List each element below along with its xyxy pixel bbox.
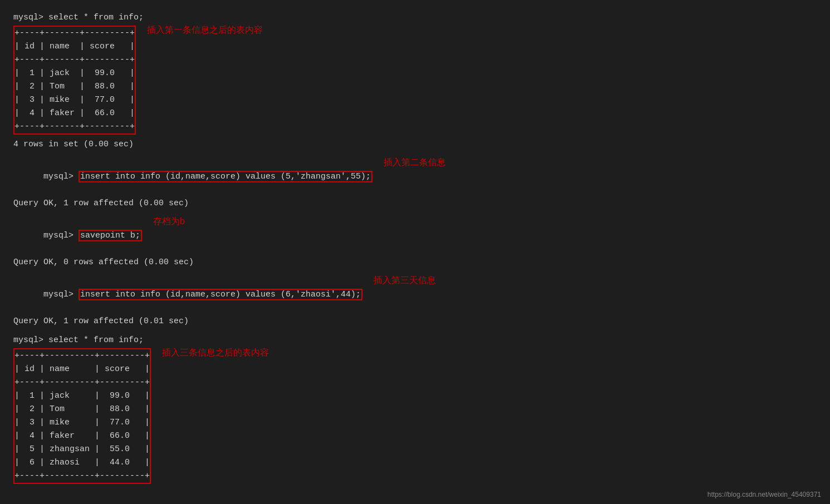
watermark: https://blog.csdn.net/weixin_45409371	[708, 491, 821, 498]
prompt4: mysql>	[43, 290, 78, 299]
prompt-line3: mysql> savepoint b;	[13, 216, 142, 256]
table2-row1: | 1 | jack | 99.0 |	[14, 389, 150, 403]
annotation3: 存档为b	[153, 216, 185, 228]
rows-set1: 4 rows in set (0.00 sec)	[13, 138, 817, 151]
table1-row2: | 2 | Tom | 88.0 |	[14, 80, 135, 93]
section-select2: mysql> select * from info; +----+-------…	[13, 334, 817, 484]
prompt2: mysql>	[43, 172, 78, 181]
table1-row3: | 3 | mike | 77.0 |	[14, 93, 135, 107]
section-insert2: mysql> insert into info (id,name,score) …	[13, 157, 817, 210]
table2-row2: | 2 | Tom | 88.0 |	[14, 403, 150, 416]
rows-set1-line: 4 rows in set (0.00 sec)	[13, 138, 817, 151]
table1-row1: | 1 | jack | 99.0 |	[14, 67, 135, 80]
prompt5: mysql>	[13, 335, 48, 345]
table1-row4: | 4 | faker | 66.0 |	[14, 107, 135, 120]
annotation2: 插入第二条信息	[384, 157, 446, 169]
prompt1: mysql>	[13, 13, 48, 22]
section-insert4: mysql> insert into info (id,name,score) …	[13, 275, 817, 328]
insert2-row: mysql> insert into info (id,name,score) …	[13, 157, 817, 197]
ok3-line: Query OK, 0 rows affected (0.00 sec)	[13, 256, 817, 269]
prompt3: mysql>	[43, 231, 78, 240]
table1-row: +----+-------+---------+ | id | name | s…	[13, 24, 817, 135]
section-select1: mysql> select * from info; +----+-------…	[13, 11, 817, 135]
section-savepoint: mysql> savepoint b; 存档为b Query OK, 0 row…	[13, 216, 817, 269]
prompt-line4: mysql> insert into info (id,name,score) …	[13, 275, 362, 315]
table2-row5: | 5 | zhangsan | 55.0 |	[14, 443, 150, 456]
table2-header: | id | name | score |	[14, 363, 150, 376]
ok2-line: Query OK, 1 row affected (0.00 sec)	[13, 197, 817, 210]
table1-header: | id | name | score |	[14, 40, 135, 53]
prompt-line2: mysql> insert into info (id,name,score) …	[13, 157, 372, 197]
annotation4: 插入第三天信息	[374, 275, 436, 286]
insert4-cmd: insert into info (id,name,score) values …	[78, 289, 362, 300]
insert2-cmd: insert into info (id,name,score) values …	[78, 171, 372, 182]
table1-sep: +----+-------+---------+	[14, 53, 135, 67]
prompt-line1: mysql> select * from info;	[13, 11, 817, 24]
table2-sep: +----+----------+---------+	[14, 376, 150, 389]
select1-cmd: select * from info;	[48, 13, 144, 22]
table2: +----+----------+---------+ | id | name …	[13, 348, 151, 484]
annotation1: 插入第一条信息之后的表内容	[147, 24, 263, 36]
savepoint-row: mysql> savepoint b; 存档为b	[13, 216, 817, 256]
annotation5: 插入三条信息之后的表内容	[162, 347, 269, 359]
prompt-line5: mysql> select * from info;	[13, 334, 817, 347]
savepoint-cmd: savepoint b;	[78, 230, 142, 241]
select2-cmd: select * from info;	[48, 335, 144, 345]
table2-row6: | 6 | zhaosi | 44.0 |	[14, 456, 150, 470]
table2-row: +----+----------+---------+ | id | name …	[13, 347, 817, 484]
ok4-line: Query OK, 1 row affected (0.01 sec)	[13, 315, 817, 328]
insert4-row: mysql> insert into info (id,name,score) …	[13, 275, 817, 315]
table1-border-bot: +----+-------+---------+	[14, 120, 135, 134]
table2-border-top: +----+----------+---------+	[14, 349, 150, 363]
table2-border-bot: +----+----------+---------+	[14, 470, 150, 483]
table2-row4: | 4 | faker | 66.0 |	[14, 429, 150, 443]
table1: +----+-------+---------+ | id | name | s…	[13, 26, 136, 135]
table2-row3: | 3 | mike | 77.0 |	[14, 416, 150, 429]
table1-border-top: +----+-------+---------+	[14, 27, 135, 40]
